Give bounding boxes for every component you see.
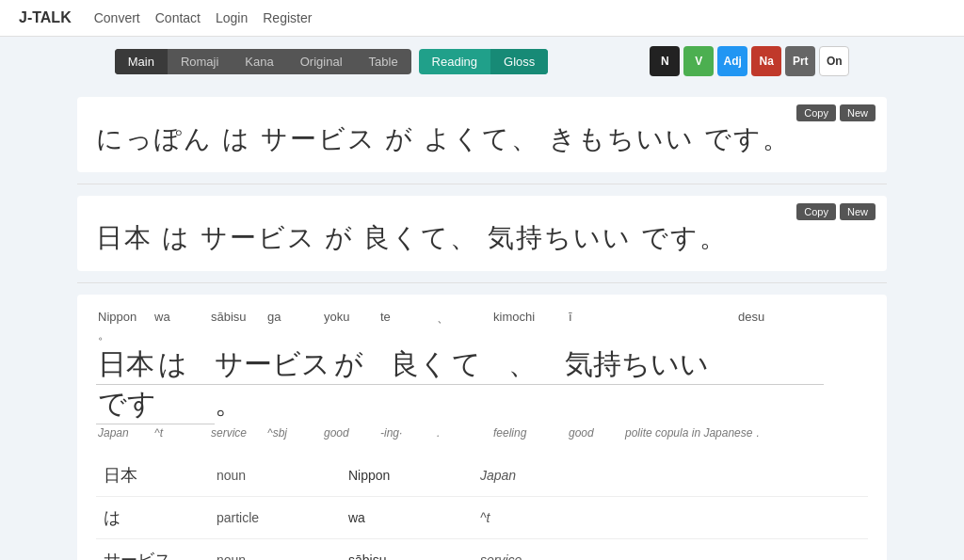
table-row: サービス noun sābisu service	[96, 539, 868, 561]
table-row: は particle wa ^t	[96, 497, 868, 539]
kanji-cell-7: 気持ちいい	[563, 345, 711, 385]
roman-cell-4: yoku	[322, 310, 378, 327]
navbar: J-TALK Convert Contact Login Register	[0, 0, 964, 37]
tab-table[interactable]: Table	[356, 49, 411, 74]
nav-contact[interactable]: Contact	[155, 10, 201, 25]
gloss-cell-8: good	[567, 426, 623, 440]
gloss-cell-10: .	[754, 426, 811, 440]
meaning-cell: ^t	[473, 497, 868, 539]
table-row: 日本 noun Nippon Japan	[96, 455, 868, 497]
romaji-cell: wa	[341, 497, 473, 539]
kanji-cell-4: 良く	[389, 345, 450, 385]
gloss-cell-7: feeling	[491, 426, 567, 440]
gloss-row: Japan ^t service ^sbj good -ing· . feeli…	[96, 426, 868, 440]
divider-1	[77, 184, 887, 184]
roman-cell-9	[623, 310, 736, 327]
romaji-cell: sābisu	[341, 539, 473, 561]
roman-cell-10: desu	[736, 310, 793, 327]
kanji-cell-8	[711, 345, 824, 385]
nav-convert[interactable]: Convert	[94, 10, 140, 25]
pos-button-group: N V Adj Na Prt On	[650, 46, 849, 76]
gloss-cell-0: Japan	[96, 426, 153, 440]
kanji-cell-0: 日本	[96, 345, 156, 385]
type-cell: noun	[209, 539, 341, 561]
copy-btn-1[interactable]: Copy	[796, 104, 836, 121]
kanji-cell-9: です	[96, 385, 158, 424]
roman-cell-1: wa	[153, 310, 209, 327]
roman-cell-8: ī	[567, 310, 623, 327]
gloss-cell-3: ^sbj	[265, 426, 322, 440]
word-cell: 日本	[96, 455, 209, 497]
roman-row: Nippon wa sābisu ga yoku te 、 kimochi ī …	[96, 310, 868, 344]
gloss-tab-group: Reading Gloss	[419, 49, 549, 74]
nav-login[interactable]: Login	[216, 10, 248, 25]
roman-cell-3: ga	[265, 310, 322, 327]
nav-register[interactable]: Register	[263, 10, 312, 25]
kanji-cell-3: が	[332, 345, 389, 385]
tab-romaji[interactable]: Romaji	[168, 49, 232, 74]
gloss-cell-5: -ing·	[378, 426, 435, 440]
hiragana-text: にっぽん は サービス が よくて、 きもちいい です。	[96, 121, 868, 157]
meaning-cell: Japan	[473, 455, 868, 497]
type-cell: particle	[209, 497, 341, 539]
gloss-cell-2: service	[209, 426, 265, 440]
roman-cell-7: kimochi	[491, 310, 567, 327]
roman-cell-5: te	[378, 310, 435, 327]
roman-cell-6: 、	[435, 310, 491, 327]
pos-btn-na[interactable]: Na	[751, 46, 781, 76]
toolbar: Main Romaji Kana Original Table Reading …	[0, 37, 964, 86]
kanji-cell-11: 。	[215, 385, 243, 424]
kanji-cell-10	[158, 385, 215, 424]
divider-2	[77, 282, 887, 283]
meaning-cell: service	[473, 539, 868, 561]
view-tab-group: Main Romaji Kana Original Table	[115, 49, 411, 74]
section2-actions: Copy New	[796, 203, 876, 220]
hiragana-section: Copy New にっぽん は サービス が よくて、 きもちいい です。	[77, 97, 887, 172]
word-cell: サービス	[96, 539, 209, 561]
roman-cell-12: 。	[96, 327, 153, 344]
gloss-cell-4: good	[322, 426, 378, 440]
word-table: 日本 noun Nippon Japan は particle wa ^t サー…	[96, 455, 868, 560]
word-cell: は	[96, 497, 209, 539]
romaji-cell: Nippon	[341, 455, 473, 497]
pos-btn-prt[interactable]: Prt	[785, 46, 815, 76]
gloss-cell-6: .	[435, 426, 491, 440]
kanji-text: 日本 は サービス が 良くて、 気持ちいい です。	[96, 220, 868, 256]
main-content: Copy New にっぽん は サービス が よくて、 きもちいい です。 Co…	[58, 97, 906, 560]
gloss-cell-9: polite copula in Japanese	[623, 426, 754, 440]
roman-cell-11	[793, 310, 849, 327]
nav-links: Convert Contact Login Register	[94, 10, 313, 25]
pos-btn-adj[interactable]: Adj	[717, 46, 747, 76]
kanji-row: 日本 は サービス が 良く て 、 気持ちいい です 。	[96, 345, 868, 424]
tab-kana[interactable]: Kana	[232, 49, 286, 74]
section1-actions: Copy New	[796, 104, 876, 121]
gloss-section: Nippon wa sābisu ga yoku te 、 kimochi ī …	[77, 295, 887, 560]
new-btn-1[interactable]: New	[840, 104, 876, 121]
tab-original[interactable]: Original	[287, 49, 356, 74]
pos-btn-v[interactable]: V	[683, 46, 714, 76]
brand-logo: J-TALK	[19, 9, 72, 26]
roman-cell-0: Nippon	[96, 310, 153, 327]
tab-main[interactable]: Main	[115, 49, 168, 74]
tab-gloss[interactable]: Gloss	[490, 49, 548, 74]
pos-btn-on[interactable]: On	[819, 46, 849, 76]
gloss-cell-1: ^t	[153, 426, 209, 440]
kanji-cell-2: サービス	[213, 345, 332, 385]
tab-reading[interactable]: Reading	[419, 49, 490, 74]
copy-btn-2[interactable]: Copy	[796, 203, 836, 220]
kanji-cell-5: て	[450, 345, 506, 385]
kanji-cell-1: は	[156, 345, 213, 385]
pos-btn-n[interactable]: N	[650, 46, 680, 76]
kanji-cell-6: 、	[506, 345, 563, 385]
roman-cell-2: sābisu	[209, 310, 265, 327]
new-btn-2[interactable]: New	[840, 203, 876, 220]
kanji-section: Copy New 日本 は サービス が 良くて、 気持ちいい です。	[77, 196, 887, 271]
type-cell: noun	[209, 455, 341, 497]
